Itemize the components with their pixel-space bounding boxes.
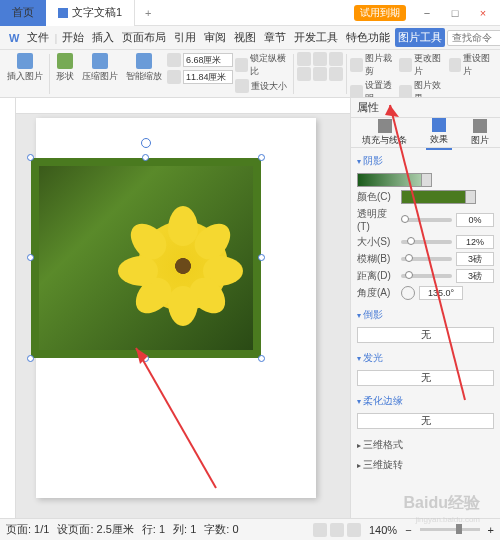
zoom-out[interactable]: − [405,524,411,536]
bg-icon[interactable] [350,85,363,98]
resize-handle-nw[interactable] [27,154,34,161]
angle-input[interactable] [419,286,463,300]
canvas[interactable] [16,98,350,518]
menu-insert[interactable]: 插入 [89,28,117,47]
page-indicator[interactable]: 页面: 1/1 [6,522,49,537]
selected-image[interactable] [31,158,261,358]
width-icon [167,53,181,67]
zoom-level[interactable]: 140% [369,524,397,536]
zoom-slider[interactable] [420,528,480,531]
rotation-handle[interactable] [141,138,151,148]
rotate-3d-section[interactable]: 三维旋转 [357,455,494,475]
title-bar: 首页 文字文稿1 + 试用到期 − □ × [0,0,500,26]
dropdown-icon[interactable] [465,191,475,203]
trial-badge[interactable]: 试用到期 [354,5,406,21]
dimension-group [167,52,233,85]
fill-icon [378,119,392,133]
reflection-section[interactable]: 倒影 [357,306,494,324]
reset-size-label: 重设大小 [251,80,287,93]
reset-icon[interactable] [449,58,462,72]
reset-size-icon[interactable] [235,79,249,93]
soft-edge-section[interactable]: 柔化边缘 [357,392,494,410]
size-slider[interactable] [401,240,452,244]
reflection-none[interactable]: 无 [357,327,494,343]
pic-tab-icon [473,119,487,133]
order-icon[interactable] [329,67,343,81]
blur-input[interactable] [456,252,494,266]
tab-effect[interactable]: 效果 [426,116,452,150]
opacity-input[interactable] [456,213,494,227]
align-icon[interactable] [297,67,311,81]
document-page[interactable] [36,118,316,498]
soft-edge-none[interactable]: 无 [357,413,494,429]
lock-icon[interactable] [235,58,248,72]
panel-tabs: 填充与线条 效果 图片 [351,118,500,148]
new-tab-button[interactable]: + [135,7,161,19]
menu-dev[interactable]: 开发工具 [291,28,341,47]
glow-section[interactable]: 发光 [357,349,494,367]
effect-label: 图片效果 [414,79,447,98]
angle-dial[interactable] [401,286,415,300]
app-logo[interactable]: W [6,30,22,46]
resize-handle-s[interactable] [142,355,149,362]
file-menu[interactable]: 文件 [24,28,52,47]
blur-label: 模糊(B) [357,252,397,266]
size-input[interactable] [456,235,494,249]
distance-slider[interactable] [401,274,452,278]
menu-special[interactable]: 特色功能 [343,28,393,47]
resize-handle-ne[interactable] [258,154,265,161]
menu-start[interactable]: 开始 [59,28,87,47]
menu-review[interactable]: 审阅 [201,28,229,47]
resize-handle-w[interactable] [27,254,34,261]
home-tab[interactable]: 首页 [0,0,46,26]
insert-pic-button[interactable]: 插入图片 [4,52,46,84]
tab-fill[interactable]: 填充与线条 [358,117,411,149]
shape-button[interactable]: 形状 [53,52,77,84]
workspace: 属性 填充与线条 效果 图片 阴影 颜色(C) 透明度(T) 大小(S) 模糊(… [0,98,500,518]
resize-handle-se[interactable] [258,355,265,362]
menu-section[interactable]: 章节 [261,28,289,47]
distance-label: 距离(D) [357,269,397,283]
smart-resize-button[interactable]: 智能缩放 [123,52,165,84]
horizontal-ruler[interactable] [16,98,350,114]
dropdown-icon[interactable] [421,174,431,186]
change-pic-icon[interactable] [399,58,412,72]
wrap-icon[interactable] [329,52,343,66]
view-icons[interactable] [313,523,361,537]
distance-input[interactable] [456,269,494,283]
change-pic-label: 更改图片 [414,52,447,78]
menu-view[interactable]: 视图 [231,28,259,47]
opacity-slider[interactable] [401,218,452,222]
smart-resize-icon [136,53,152,69]
menu-pic-tools[interactable]: 图片工具 [395,28,445,47]
menu-ref[interactable]: 引用 [171,28,199,47]
height-input[interactable] [183,70,233,84]
tab-pic[interactable]: 图片 [467,117,493,149]
effect-icon[interactable] [399,85,412,98]
minimize-button[interactable]: − [414,3,440,23]
format-3d-section[interactable]: 三维格式 [357,435,494,455]
resize-handle-e[interactable] [258,254,265,261]
menu-layout[interactable]: 页面布局 [119,28,169,47]
shadow-preset[interactable] [357,173,432,187]
width-input[interactable] [183,53,233,67]
window-controls: 试用到期 − □ × [354,3,500,23]
document-tab[interactable]: 文字文稿1 [46,0,135,26]
vertical-ruler[interactable] [0,98,16,518]
resize-handle-sw[interactable] [27,355,34,362]
crop-icon[interactable] [350,58,363,72]
rotate-icon[interactable] [297,52,311,66]
zoom-in[interactable]: + [488,524,494,536]
flip-icon[interactable] [313,52,327,66]
resize-handle-n[interactable] [142,154,149,161]
color-swatch[interactable] [401,190,476,204]
blur-slider[interactable] [401,257,452,261]
shadow-section[interactable]: 阴影 [357,152,494,170]
command-search[interactable] [447,30,500,46]
maximize-button[interactable]: □ [442,3,468,23]
glow-none[interactable]: 无 [357,370,494,386]
close-button[interactable]: × [470,3,496,23]
compress-button[interactable]: 压缩图片 [79,52,121,84]
word-count[interactable]: 字数: 0 [204,522,238,537]
group-icon[interactable] [313,67,327,81]
